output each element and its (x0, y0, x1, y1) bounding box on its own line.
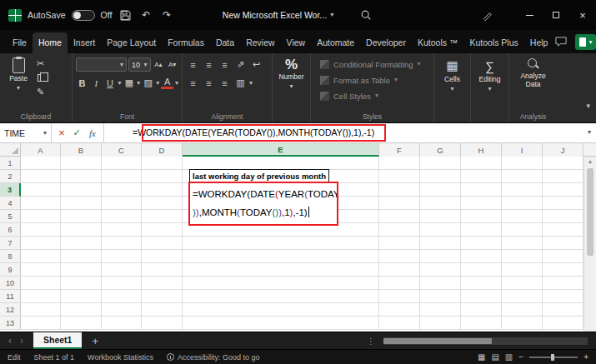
menu-tab-page-layout[interactable]: Page Layout (101, 32, 162, 53)
cell-G12[interactable] (420, 303, 461, 317)
cell-I3[interactable] (502, 183, 543, 197)
row-header-7[interactable]: 7 (0, 237, 21, 250)
cell-G6[interactable] (420, 223, 461, 237)
cell-H7[interactable] (461, 237, 502, 250)
cell-B8[interactable] (61, 250, 102, 263)
cell-A9[interactable] (21, 263, 61, 277)
row-header-9[interactable]: 9 (0, 263, 21, 277)
cell-J1[interactable] (543, 157, 583, 170)
format-as-table-button[interactable]: Format as Table ▾ (314, 72, 430, 87)
font-size-select[interactable]: 10▾ (128, 57, 151, 72)
cell-F9[interactable] (379, 263, 420, 277)
column-header-D[interactable]: D (142, 143, 183, 157)
cell-F13[interactable] (379, 317, 420, 330)
cell-J4[interactable] (543, 197, 583, 210)
row-header-13[interactable]: 13 (0, 317, 21, 330)
cell-I6[interactable] (502, 223, 543, 237)
cell-H5[interactable] (461, 210, 502, 223)
copy-icon[interactable] (33, 72, 48, 84)
save-icon[interactable] (118, 7, 133, 22)
cell-C7[interactable] (102, 237, 142, 250)
orientation-icon[interactable]: ⇗ (233, 58, 248, 71)
cell-I8[interactable] (502, 250, 543, 263)
italic-button[interactable]: I (90, 77, 103, 89)
align-left-icon[interactable]: ≡ (186, 77, 200, 89)
cell-A4[interactable] (21, 197, 61, 210)
cell-F10[interactable] (379, 277, 420, 290)
cell-C4[interactable] (102, 197, 142, 210)
select-all-corner[interactable] (0, 143, 21, 156)
cell-F7[interactable] (379, 237, 420, 250)
cell-F8[interactable] (379, 250, 420, 263)
cell-H9[interactable] (461, 263, 502, 277)
number-format-button[interactable]: % Number ▾ (276, 56, 306, 110)
collapse-ribbon-icon[interactable]: ▾ (586, 102, 590, 110)
cell-C2[interactable] (102, 170, 142, 183)
undo-icon[interactable]: ↶ (138, 7, 153, 22)
cell-F6[interactable] (379, 223, 420, 237)
cell-D6[interactable] (142, 223, 183, 237)
editing-button[interactable]: ∑ Editing ▾ (475, 56, 505, 110)
align-right-icon[interactable]: ≡ (218, 77, 232, 89)
cell-A1[interactable] (21, 157, 61, 170)
pen-icon[interactable] (479, 7, 494, 22)
decrease-font-icon[interactable]: A▾ (166, 58, 178, 71)
cell-H4[interactable] (461, 197, 502, 210)
format-painter-icon[interactable]: ✎ (33, 86, 48, 98)
cell-D1[interactable] (142, 157, 183, 170)
cell-G4[interactable] (420, 197, 461, 210)
cell-C13[interactable] (102, 317, 142, 330)
cell-B10[interactable] (61, 277, 102, 290)
cell-B7[interactable] (61, 237, 102, 250)
cell-D3[interactable] (142, 183, 183, 197)
zoom-out-icon[interactable]: − (518, 352, 523, 362)
cell-B3[interactable] (61, 183, 102, 197)
underline-chevron-icon[interactable]: ▾ (118, 80, 121, 87)
cell-styles-button[interactable]: Cell Styles ▾ (314, 88, 430, 103)
fill-color-icon[interactable]: ▨ (142, 77, 154, 89)
menu-tab-developer[interactable]: Developer (360, 32, 412, 53)
insert-function-icon[interactable]: fx (85, 128, 100, 138)
cell-D11[interactable] (142, 290, 183, 303)
horizontal-scrollbar[interactable] (383, 337, 588, 345)
row-header-1[interactable]: 1 (0, 157, 21, 170)
cell-D8[interactable] (142, 250, 183, 263)
cell-C6[interactable] (102, 223, 142, 237)
cell-A5[interactable] (21, 210, 61, 223)
column-header-A[interactable]: A (21, 143, 61, 157)
cell-A11[interactable] (21, 290, 61, 303)
cell-E11[interactable] (183, 290, 379, 303)
row-header-11[interactable]: 11 (0, 290, 21, 303)
cell-H6[interactable] (461, 223, 502, 237)
cell-C1[interactable] (102, 157, 142, 170)
cell-C3[interactable] (102, 183, 142, 197)
menu-tab-view[interactable]: View (281, 32, 312, 53)
cell-J9[interactable] (543, 263, 583, 277)
cell-B13[interactable] (61, 317, 102, 330)
cell-H8[interactable] (461, 250, 502, 263)
cut-icon[interactable]: ✂ (33, 57, 48, 70)
hscroll-thumb[interactable] (383, 338, 492, 344)
page-layout-view-icon[interactable]: ▤ (491, 352, 498, 362)
bold-button[interactable]: B (76, 77, 88, 89)
minimize-button[interactable] (516, 0, 543, 30)
cell-J6[interactable] (543, 223, 583, 237)
column-header-F[interactable]: F (379, 143, 420, 157)
cell-B2[interactable] (61, 170, 102, 183)
autosave-toggle[interactable] (72, 10, 95, 21)
borders-icon[interactable]: ▦ (123, 77, 136, 89)
cell-A6[interactable] (21, 223, 61, 237)
sheet-nav-right-icon[interactable]: › (18, 336, 25, 346)
cell-E12[interactable] (183, 303, 379, 317)
share-button[interactable]: ▾ (575, 34, 596, 50)
cell-B12[interactable] (61, 303, 102, 317)
cell-A3[interactable] (21, 183, 61, 197)
redo-icon[interactable]: ↷ (159, 7, 174, 22)
menu-tab-help[interactable]: Help (524, 32, 554, 53)
vscroll-thumb[interactable] (587, 168, 593, 256)
more-sheets-icon[interactable]: ⋮ (363, 337, 378, 346)
font-color-chevron-icon[interactable]: ▾ (175, 80, 178, 87)
align-bottom-icon[interactable]: ≡ (218, 58, 232, 71)
conditional-formatting-button[interactable]: Conditional Formatting ▾ (314, 57, 430, 72)
fill-chevron-icon[interactable]: ▾ (156, 80, 159, 87)
